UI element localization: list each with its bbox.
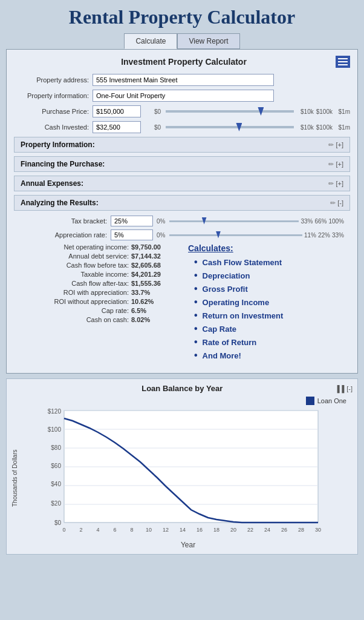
- stat-roi-w-value: 33.7%: [131, 289, 174, 296]
- section-annual-expenses[interactable]: Annual Expenses: ✏ [+]: [14, 176, 350, 191]
- property-address-input[interactable]: [93, 74, 274, 86]
- cash-invested-input[interactable]: [93, 121, 141, 133]
- cash-slider-max: $1m: [335, 124, 350, 131]
- section-property-info-action: [+]: [336, 141, 343, 148]
- calculator-box: Investment Property Calculator Property …: [6, 49, 358, 374]
- calculates-panel: Calculates: Cash Flow Statement Deprecia…: [182, 243, 344, 363]
- tax-bracket-row: Tax bracket: 0% 33% 66% 100%: [20, 216, 344, 226]
- svg-text:8: 8: [130, 527, 133, 533]
- section-property-info-pencil: ✏ [+]: [328, 141, 343, 149]
- svg-text:$80: $80: [51, 444, 61, 451]
- appr-slider-max: 33%: [332, 232, 344, 239]
- purchase-slider-mid1: $10k: [299, 108, 314, 115]
- section-annual-expenses-action: [+]: [336, 180, 343, 187]
- purchase-price-row: Purchase Price: $0 $10k $100k $1m: [14, 105, 350, 117]
- tax-slider-thumb: [202, 217, 207, 225]
- svg-text:10: 10: [146, 527, 152, 533]
- stat-roi-wo-value: 10.62%: [131, 298, 174, 305]
- calculates-list: Cash Flow Statement Depreciation Gross P…: [188, 257, 344, 361]
- section-financing-action: [+]: [336, 160, 343, 168]
- purchase-price-slider[interactable]: [166, 110, 294, 113]
- section-property-info[interactable]: Property Information: ✏ [+]: [14, 137, 350, 153]
- svg-text:22: 22: [247, 527, 253, 533]
- cash-slider-mid2: $100k: [316, 124, 333, 131]
- calc-item-8: And More!: [194, 350, 344, 361]
- chart-section: Loan Balance by Year ▐▐ [-] Loan One Tho…: [6, 378, 358, 555]
- calc-item-4: Operating Income: [194, 297, 344, 308]
- svg-text:$100: $100: [48, 426, 62, 433]
- cash-slider-min: $0: [146, 124, 161, 131]
- svg-text:2: 2: [79, 527, 82, 533]
- chart-header: Loan Balance by Year ▐▐ [-]: [11, 384, 353, 393]
- svg-text:28: 28: [298, 527, 304, 533]
- chart-area: Thousands of Dollars $120 $100: [11, 407, 353, 549]
- stat-row-cfat: Cash flow after-tax: $1,555.36: [20, 280, 176, 287]
- menu-icon[interactable]: [336, 56, 350, 68]
- section-analyzing-pencil: ✏ [-]: [330, 199, 343, 207]
- tab-view-report[interactable]: View Report: [177, 33, 239, 49]
- tab-calculate[interactable]: Calculate: [124, 33, 177, 49]
- property-info-input[interactable]: [93, 90, 274, 102]
- calc-header-title: Investment Property Calculator: [32, 57, 336, 67]
- stat-cap-value: 6.5%: [131, 307, 174, 314]
- results-stats: Net operating income: $9,750.00 Annual d…: [20, 243, 176, 363]
- appreciation-rate-label: Appreciation rate:: [20, 231, 111, 239]
- tax-bracket-input[interactable]: [111, 216, 153, 226]
- stat-coc-value: 8.02%: [131, 316, 174, 323]
- purchase-slider-mid2: $100k: [316, 108, 333, 115]
- stat-roi-w-label: ROI with appreciation:: [63, 289, 131, 296]
- svg-text:24: 24: [264, 527, 270, 533]
- cash-invested-slider[interactable]: [166, 126, 294, 128]
- svg-text:$40: $40: [51, 481, 61, 487]
- tax-slider-mid1: 33%: [301, 218, 313, 225]
- purchase-slider-max: $1m: [335, 108, 350, 115]
- svg-text:20: 20: [230, 527, 236, 533]
- stat-cfbt-value: $2,605.68: [131, 262, 174, 269]
- page-title: Rental Property Calculator: [6, 6, 358, 28]
- pencil-icon-expenses: ✏: [328, 180, 334, 188]
- stat-ads-label: Annual debt service:: [68, 252, 131, 260]
- analyzing-content: Tax bracket: 0% 33% 66% 100% Appreciatio…: [14, 212, 350, 367]
- section-analyzing-title: Analyzing the Results:: [21, 199, 99, 207]
- purchase-slider-min: $0: [146, 108, 161, 115]
- svg-text:16: 16: [197, 527, 203, 533]
- calc-item-5: Return on Investment: [194, 310, 344, 321]
- purchase-price-slider-container: $0 $10k $100k $1m: [141, 108, 350, 115]
- purchase-slider-thumb: [258, 107, 264, 116]
- tax-slider-max: 100%: [328, 218, 344, 225]
- calc-item-1: Cash Flow Statement: [194, 257, 344, 268]
- cash-invested-slider-container: $0 $10k $100k $1m: [141, 124, 350, 131]
- calc-item-6: Cap Rate: [194, 323, 344, 334]
- cash-invested-row: Cash Invested: $0 $10k $100k $1m: [14, 121, 350, 133]
- calc-header: Investment Property Calculator: [14, 56, 350, 68]
- calc-item-2: Depreciation: [194, 270, 344, 281]
- section-financing[interactable]: Financing the Purchase: ✏ [+]: [14, 156, 350, 172]
- purchase-price-input[interactable]: [93, 105, 141, 117]
- stat-cfat-value: $1,555.36: [131, 280, 174, 287]
- stat-noi-value: $9,750.00: [131, 243, 174, 251]
- pencil-icon-financing: ✏: [328, 160, 334, 168]
- property-info-label: Property information:: [14, 92, 93, 99]
- chart-bar-icon[interactable]: ▐▐: [335, 385, 345, 392]
- svg-text:4: 4: [96, 527, 99, 533]
- stat-row-noi: Net operating income: $9,750.00: [20, 243, 176, 251]
- stat-row-ti: Taxable income: $4,201.29: [20, 271, 176, 278]
- page-wrapper: Rental Property Calculator Calculate Vie…: [0, 0, 364, 561]
- stat-row-cfbt: Cash flow before tax: $2,605.68: [20, 262, 176, 269]
- appreciation-slider[interactable]: [169, 234, 302, 236]
- chart-minus-btn[interactable]: [-]: [346, 385, 353, 392]
- section-annual-expenses-title: Annual Expenses:: [21, 179, 83, 188]
- loan-balance-chart: $120 $100 $80 $60 $40 $20 $0 0 2 4 6: [24, 407, 353, 541]
- stat-cfat-label: Cash flow after-tax:: [71, 280, 131, 287]
- legend-color-loan-one: [306, 397, 314, 405]
- stat-row-cap: Cap rate: 6.5%: [20, 307, 176, 314]
- calc-item-3: Gross Profit: [194, 283, 344, 294]
- svg-text:26: 26: [281, 527, 287, 533]
- appr-slider-mid1: 11%: [304, 232, 316, 239]
- cash-invested-label: Cash Invested:: [14, 124, 93, 131]
- appreciation-rate-input[interactable]: [111, 229, 153, 240]
- section-analyzing[interactable]: Analyzing the Results: ✏ [-]: [14, 195, 350, 211]
- stat-ti-value: $4,201.29: [131, 271, 174, 278]
- tax-bracket-slider[interactable]: [169, 220, 299, 222]
- tab-bar: Calculate View Report: [6, 33, 358, 49]
